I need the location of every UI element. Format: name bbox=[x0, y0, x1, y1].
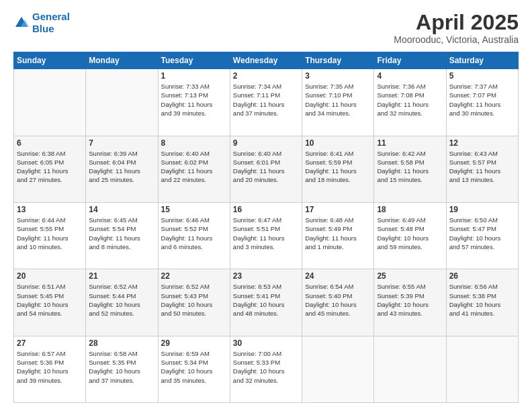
day-number: 27 bbox=[17, 338, 83, 348]
calendar-cell-w2-d2: 7Sunrise: 6:39 AM Sunset: 6:04 PM Daylig… bbox=[86, 136, 158, 202]
day-detail: Sunrise: 6:54 AM Sunset: 5:40 PM Dayligh… bbox=[305, 282, 371, 318]
day-detail: Sunrise: 6:51 AM Sunset: 5:45 PM Dayligh… bbox=[17, 282, 83, 318]
calendar-cell-w5-d1: 27Sunrise: 6:57 AM Sunset: 5:36 PM Dayli… bbox=[14, 336, 86, 402]
day-number: 24 bbox=[305, 271, 371, 281]
day-number: 17 bbox=[305, 205, 371, 214]
calendar-cell-w2-d5: 10Sunrise: 6:41 AM Sunset: 5:59 PM Dayli… bbox=[302, 136, 374, 202]
page: General Blue April 2025 Moorooduc, Victo… bbox=[0, 0, 532, 411]
day-number: 18 bbox=[377, 205, 443, 214]
calendar-cell-w1-d2 bbox=[86, 69, 158, 136]
day-number: 4 bbox=[377, 71, 443, 81]
calendar-cell-w3-d7: 19Sunrise: 6:50 AM Sunset: 5:47 PM Dayli… bbox=[446, 202, 518, 269]
day-detail: Sunrise: 7:34 AM Sunset: 7:11 PM Dayligh… bbox=[233, 82, 299, 118]
day-detail: Sunrise: 6:59 AM Sunset: 5:34 PM Dayligh… bbox=[161, 349, 227, 385]
logo-general: General bbox=[32, 11, 70, 22]
day-number: 11 bbox=[377, 138, 443, 148]
day-detail: Sunrise: 6:45 AM Sunset: 5:54 PM Dayligh… bbox=[89, 216, 154, 251]
day-number: 6 bbox=[17, 138, 83, 148]
calendar-cell-w1-d6: 4Sunrise: 7:36 AM Sunset: 7:08 PM Daylig… bbox=[374, 69, 446, 136]
day-detail: Sunrise: 6:40 AM Sunset: 6:01 PM Dayligh… bbox=[233, 149, 299, 185]
day-detail: Sunrise: 6:52 AM Sunset: 5:43 PM Dayligh… bbox=[161, 282, 227, 318]
calendar-cell-w3-d4: 16Sunrise: 6:47 AM Sunset: 5:51 PM Dayli… bbox=[230, 202, 302, 269]
calendar-cell-w4-d4: 23Sunrise: 6:53 AM Sunset: 5:41 PM Dayli… bbox=[230, 269, 302, 336]
day-detail: Sunrise: 6:52 AM Sunset: 5:44 PM Dayligh… bbox=[89, 282, 154, 318]
day-detail: Sunrise: 7:36 AM Sunset: 7:08 PM Dayligh… bbox=[377, 82, 443, 118]
day-detail: Sunrise: 6:44 AM Sunset: 5:55 PM Dayligh… bbox=[17, 216, 83, 251]
calendar-cell-w1-d7: 5Sunrise: 7:37 AM Sunset: 7:07 PM Daylig… bbox=[446, 69, 518, 136]
day-number: 20 bbox=[17, 271, 83, 281]
day-detail: Sunrise: 7:00 AM Sunset: 5:33 PM Dayligh… bbox=[233, 349, 299, 385]
calendar-cell-w3-d3: 15Sunrise: 6:46 AM Sunset: 5:52 PM Dayli… bbox=[158, 202, 230, 269]
day-detail: Sunrise: 6:53 AM Sunset: 5:41 PM Dayligh… bbox=[233, 282, 299, 318]
week-row-5: 27Sunrise: 6:57 AM Sunset: 5:36 PM Dayli… bbox=[14, 336, 519, 402]
day-number: 8 bbox=[161, 138, 227, 148]
calendar-cell-w2-d3: 8Sunrise: 6:40 AM Sunset: 6:02 PM Daylig… bbox=[158, 136, 230, 202]
calendar-cell-w1-d1 bbox=[14, 69, 86, 136]
day-detail: Sunrise: 6:48 AM Sunset: 5:49 PM Dayligh… bbox=[305, 216, 371, 251]
col-wednesday: Wednesday bbox=[230, 52, 302, 69]
col-thursday: Thursday bbox=[302, 52, 374, 69]
calendar-cell-w2-d6: 11Sunrise: 6:42 AM Sunset: 5:58 PM Dayli… bbox=[374, 136, 446, 202]
day-number: 13 bbox=[17, 205, 83, 214]
logo-icon bbox=[13, 15, 30, 31]
day-detail: Sunrise: 6:57 AM Sunset: 5:36 PM Dayligh… bbox=[17, 349, 83, 385]
day-number: 10 bbox=[305, 138, 371, 148]
calendar-cell-w4-d2: 21Sunrise: 6:52 AM Sunset: 5:44 PM Dayli… bbox=[86, 269, 158, 336]
day-number: 3 bbox=[305, 71, 371, 81]
day-number: 12 bbox=[449, 138, 515, 148]
logo-blue: Blue bbox=[32, 23, 54, 34]
calendar-cell-w1-d5: 3Sunrise: 7:35 AM Sunset: 7:10 PM Daylig… bbox=[302, 69, 374, 136]
calendar-cell-w2-d7: 12Sunrise: 6:43 AM Sunset: 5:57 PM Dayli… bbox=[446, 136, 518, 202]
day-detail: Sunrise: 6:55 AM Sunset: 5:39 PM Dayligh… bbox=[377, 282, 443, 318]
calendar-cell-w5-d4: 30Sunrise: 7:00 AM Sunset: 5:33 PM Dayli… bbox=[230, 336, 302, 402]
day-detail: Sunrise: 6:47 AM Sunset: 5:51 PM Dayligh… bbox=[233, 216, 299, 251]
day-number: 28 bbox=[89, 338, 154, 348]
calendar-cell-w5-d2: 28Sunrise: 6:58 AM Sunset: 5:35 PM Dayli… bbox=[86, 336, 158, 402]
calendar-table: Sunday Monday Tuesday Wednesday Thursday… bbox=[13, 52, 519, 403]
day-detail: Sunrise: 6:43 AM Sunset: 5:57 PM Dayligh… bbox=[449, 149, 515, 185]
day-detail: Sunrise: 7:35 AM Sunset: 7:10 PM Dayligh… bbox=[305, 82, 371, 118]
day-detail: Sunrise: 6:42 AM Sunset: 5:58 PM Dayligh… bbox=[377, 149, 443, 185]
day-number: 15 bbox=[161, 205, 227, 214]
day-detail: Sunrise: 7:37 AM Sunset: 7:07 PM Dayligh… bbox=[449, 82, 515, 118]
subtitle: Moorooduc, Victoria, Australia bbox=[394, 34, 519, 45]
day-detail: Sunrise: 6:41 AM Sunset: 5:59 PM Dayligh… bbox=[305, 149, 371, 185]
day-number: 26 bbox=[449, 271, 515, 281]
col-tuesday: Tuesday bbox=[158, 52, 230, 69]
calendar-cell-w1-d3: 1Sunrise: 7:33 AM Sunset: 7:13 PM Daylig… bbox=[158, 69, 230, 136]
calendar-cell-w5-d5 bbox=[302, 336, 374, 402]
calendar-cell-w3-d5: 17Sunrise: 6:48 AM Sunset: 5:49 PM Dayli… bbox=[302, 202, 374, 269]
col-sunday: Sunday bbox=[14, 52, 86, 69]
main-title: April 2025 bbox=[394, 11, 519, 34]
calendar-cell-w4-d5: 24Sunrise: 6:54 AM Sunset: 5:40 PM Dayli… bbox=[302, 269, 374, 336]
calendar-cell-w2-d1: 6Sunrise: 6:38 AM Sunset: 6:05 PM Daylig… bbox=[14, 136, 86, 202]
day-number: 14 bbox=[89, 205, 154, 214]
day-detail: Sunrise: 6:58 AM Sunset: 5:35 PM Dayligh… bbox=[89, 349, 154, 385]
day-number: 19 bbox=[449, 205, 515, 214]
col-monday: Monday bbox=[86, 52, 158, 69]
day-number: 25 bbox=[377, 271, 443, 281]
day-number: 1 bbox=[161, 71, 227, 81]
day-detail: Sunrise: 6:56 AM Sunset: 5:38 PM Dayligh… bbox=[449, 282, 515, 318]
calendar-cell-w2-d4: 9Sunrise: 6:40 AM Sunset: 6:01 PM Daylig… bbox=[230, 136, 302, 202]
day-number: 5 bbox=[449, 71, 515, 81]
title-block: April 2025 Moorooduc, Victoria, Australi… bbox=[394, 11, 519, 45]
day-detail: Sunrise: 6:46 AM Sunset: 5:52 PM Dayligh… bbox=[161, 216, 227, 251]
day-detail: Sunrise: 6:50 AM Sunset: 5:47 PM Dayligh… bbox=[449, 216, 515, 251]
day-number: 22 bbox=[161, 271, 227, 281]
week-row-2: 6Sunrise: 6:38 AM Sunset: 6:05 PM Daylig… bbox=[14, 136, 519, 202]
logo-text: General Blue bbox=[32, 11, 70, 35]
logo: General Blue bbox=[13, 11, 70, 35]
day-detail: Sunrise: 6:39 AM Sunset: 6:04 PM Dayligh… bbox=[89, 149, 154, 185]
header: General Blue April 2025 Moorooduc, Victo… bbox=[13, 11, 519, 45]
day-detail: Sunrise: 6:49 AM Sunset: 5:48 PM Dayligh… bbox=[377, 216, 443, 251]
calendar-header-row: Sunday Monday Tuesday Wednesday Thursday… bbox=[14, 52, 519, 69]
week-row-1: 1Sunrise: 7:33 AM Sunset: 7:13 PM Daylig… bbox=[14, 69, 519, 136]
calendar-cell-w1-d4: 2Sunrise: 7:34 AM Sunset: 7:11 PM Daylig… bbox=[230, 69, 302, 136]
day-number: 2 bbox=[233, 71, 299, 81]
calendar-cell-w5-d3: 29Sunrise: 6:59 AM Sunset: 5:34 PM Dayli… bbox=[158, 336, 230, 402]
day-number: 16 bbox=[233, 205, 299, 214]
week-row-4: 20Sunrise: 6:51 AM Sunset: 5:45 PM Dayli… bbox=[14, 269, 519, 336]
day-detail: Sunrise: 6:38 AM Sunset: 6:05 PM Dayligh… bbox=[17, 149, 83, 185]
calendar-cell-w3-d2: 14Sunrise: 6:45 AM Sunset: 5:54 PM Dayli… bbox=[86, 202, 158, 269]
